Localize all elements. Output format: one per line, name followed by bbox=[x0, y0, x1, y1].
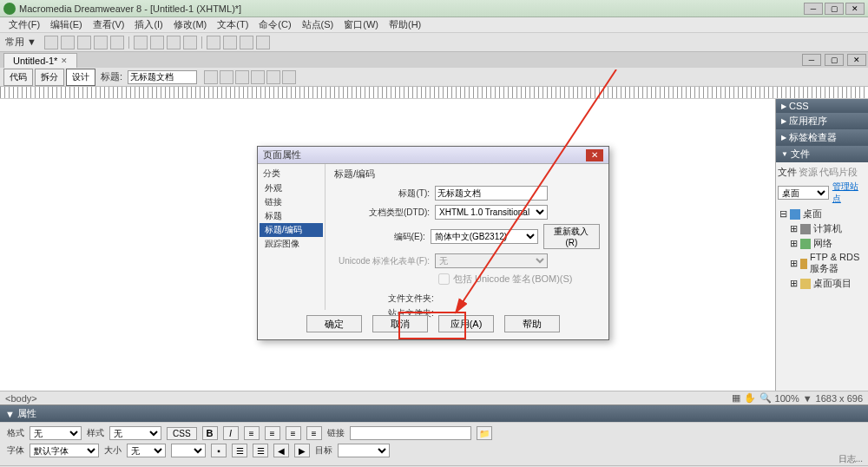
zoom-tool-icon[interactable]: 🔍 bbox=[760, 392, 772, 404]
tag-selector[interactable]: <body> bbox=[5, 393, 37, 404]
menu-modify[interactable]: 修改(M) bbox=[168, 18, 213, 31]
align-right-button[interactable]: ≡ bbox=[286, 426, 301, 440]
doc-tab[interactable]: Untitled-1* ✕ bbox=[3, 53, 77, 68]
tree-desktop-items[interactable]: ⊞ 桌面项目 bbox=[778, 276, 866, 291]
cat-tracing[interactable]: 跟踪图像 bbox=[260, 237, 323, 251]
unordered-list-button[interactable]: ☰ bbox=[232, 444, 247, 457]
log-status[interactable]: 日志... bbox=[838, 453, 863, 465]
menu-view[interactable]: 查看(V) bbox=[88, 18, 130, 31]
template-icon[interactable] bbox=[240, 36, 253, 49]
dialog-close-button[interactable]: ✕ bbox=[586, 149, 603, 161]
size-select[interactable]: 无 bbox=[127, 444, 166, 457]
script-icon[interactable] bbox=[223, 36, 237, 49]
dialog-titlebar[interactable]: 页面属性 ✕ bbox=[258, 147, 608, 164]
file-mgmt-icon[interactable] bbox=[235, 70, 249, 84]
ordered-list-button[interactable]: ☰ bbox=[253, 444, 268, 457]
italic-button[interactable]: I bbox=[223, 426, 239, 440]
properties-header[interactable]: ▼属性 bbox=[0, 405, 868, 422]
cancel-button[interactable]: 取消 bbox=[372, 315, 428, 332]
refresh-icon[interactable] bbox=[266, 70, 280, 84]
validate-icon[interactable] bbox=[220, 70, 233, 84]
code-view-button[interactable]: 代码 bbox=[3, 69, 33, 86]
menu-file[interactable]: 文件(F) bbox=[3, 18, 45, 31]
image-icon[interactable] bbox=[110, 36, 124, 49]
files-tab-file[interactable]: 文件 bbox=[778, 166, 797, 179]
anchor-icon[interactable] bbox=[77, 36, 91, 49]
files-tab-snippet[interactable]: 代码片段 bbox=[819, 166, 858, 179]
doc-restore-button[interactable]: ▢ bbox=[825, 54, 844, 66]
menu-site[interactable]: 站点(S) bbox=[297, 18, 339, 31]
toolbar-category[interactable]: 常用 ▼ bbox=[5, 36, 36, 49]
date-icon[interactable] bbox=[150, 36, 164, 49]
style-select[interactable]: 无 bbox=[109, 426, 161, 440]
cat-title-encoding[interactable]: 标题/编码 bbox=[260, 223, 323, 237]
indent-button[interactable]: ▶ bbox=[294, 444, 310, 457]
doc-close-button[interactable]: ✕ bbox=[847, 54, 866, 66]
email-icon[interactable] bbox=[61, 36, 75, 49]
link-label: 链接 bbox=[327, 427, 345, 439]
split-view-button[interactable]: 拆分 bbox=[35, 69, 64, 86]
design-view-button[interactable]: 设计 bbox=[66, 69, 95, 86]
cat-links[interactable]: 链接 bbox=[260, 195, 323, 209]
menu-text[interactable]: 文本(T) bbox=[212, 18, 253, 31]
text-color-button[interactable]: ▪ bbox=[211, 444, 227, 457]
preview-icon[interactable] bbox=[251, 70, 265, 84]
ssi-icon[interactable] bbox=[167, 36, 181, 49]
help-button[interactable]: 帮助 bbox=[504, 315, 560, 332]
target-select[interactable] bbox=[338, 444, 390, 457]
align-center-button[interactable]: ≡ bbox=[265, 426, 280, 440]
reload-button[interactable]: 重新载入(R) bbox=[543, 224, 600, 249]
css-button[interactable]: CSS bbox=[167, 427, 197, 440]
doc-minimize-button[interactable]: ─ bbox=[802, 54, 821, 66]
browse-link-icon[interactable]: 📁 bbox=[477, 426, 492, 440]
cat-headings[interactable]: 标题 bbox=[260, 209, 323, 223]
cat-appearance[interactable]: 外观 bbox=[260, 181, 323, 195]
tag-icon[interactable] bbox=[256, 36, 270, 49]
encoding-select[interactable]: 简体中文(GB2312) bbox=[431, 229, 538, 244]
app-panel-header[interactable]: ▶应用程序 bbox=[776, 113, 868, 129]
table-icon[interactable] bbox=[94, 36, 108, 49]
minimize-button[interactable]: ─ bbox=[804, 3, 823, 15]
bold-button[interactable]: B bbox=[202, 426, 218, 440]
hyperlink-icon[interactable] bbox=[44, 36, 58, 49]
media-icon[interactable] bbox=[134, 36, 148, 49]
page-title-input[interactable] bbox=[128, 70, 197, 84]
site-select[interactable]: 桌面 bbox=[778, 186, 829, 200]
select-tool-icon[interactable]: ▦ bbox=[732, 392, 740, 404]
zoom-value[interactable]: 100% bbox=[775, 393, 799, 404]
close-button[interactable]: ✕ bbox=[845, 3, 865, 15]
align-left-button[interactable]: ≡ bbox=[244, 426, 260, 440]
browser-check-icon[interactable] bbox=[204, 70, 218, 84]
hand-tool-icon[interactable]: ✋ bbox=[744, 392, 756, 404]
menu-window[interactable]: 窗口(W) bbox=[339, 18, 384, 31]
dtd-select[interactable]: XHTML 1.0 Transitional bbox=[435, 205, 548, 220]
tree-computer[interactable]: ⊞ 计算机 bbox=[778, 221, 866, 236]
files-tab-asset[interactable]: 资源 bbox=[799, 166, 818, 179]
align-justify-button[interactable]: ≡ bbox=[306, 426, 322, 440]
doc-tab-close-icon[interactable]: ✕ bbox=[61, 56, 68, 65]
tree-network[interactable]: ⊞ 网络 bbox=[778, 236, 866, 251]
menu-edit[interactable]: 编辑(E) bbox=[45, 18, 88, 31]
format-select[interactable]: 无 bbox=[30, 426, 82, 440]
css-panel-header[interactable]: ▶CSS bbox=[776, 99, 868, 113]
head-icon[interactable] bbox=[207, 36, 220, 49]
manage-sites-link[interactable]: 管理站点 bbox=[832, 181, 866, 205]
link-input[interactable] bbox=[350, 426, 471, 440]
apply-button[interactable]: 应用(A) bbox=[438, 315, 494, 332]
menu-command[interactable]: 命令(C) bbox=[253, 18, 296, 31]
outdent-button[interactable]: ◀ bbox=[273, 444, 289, 457]
font-select[interactable]: 默认字体 bbox=[30, 444, 99, 457]
view-options-icon[interactable] bbox=[282, 70, 296, 84]
size-unit-select[interactable] bbox=[171, 444, 206, 457]
title-input[interactable] bbox=[435, 186, 548, 201]
window-size[interactable]: 1683 x 696 bbox=[816, 393, 863, 404]
ok-button[interactable]: 确定 bbox=[306, 315, 362, 332]
menu-help[interactable]: 帮助(H) bbox=[384, 18, 426, 31]
comment-icon[interactable] bbox=[183, 36, 197, 49]
menu-insert[interactable]: 插入(I) bbox=[129, 18, 168, 31]
files-panel-header[interactable]: ▼文件 bbox=[776, 146, 868, 162]
maximize-button[interactable]: ▢ bbox=[825, 3, 844, 15]
tag-panel-header[interactable]: ▶标签检查器 bbox=[776, 129, 868, 146]
tree-ftp[interactable]: ⊞ FTP & RDS 服务器 bbox=[778, 251, 866, 276]
tree-desktop[interactable]: ⊟ 桌面 bbox=[778, 207, 866, 221]
